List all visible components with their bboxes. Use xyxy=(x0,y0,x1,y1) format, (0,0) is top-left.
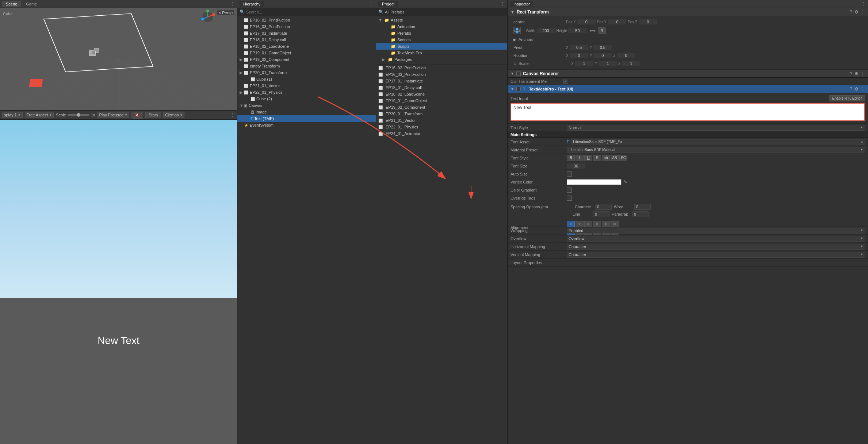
gizmos-dropdown[interactable]: Gizmos ▼ xyxy=(163,112,184,118)
pos-x-field[interactable]: 0 xyxy=(577,19,596,24)
scale-xyz-icon[interactable]: ⊙ xyxy=(513,62,516,66)
horizontal-mapping-dropdown[interactable]: Character ▼ xyxy=(567,244,865,250)
anchors-toggle[interactable]: ▶ xyxy=(513,38,516,42)
stretch-icon[interactable]: ⟺ xyxy=(589,28,596,33)
list-item-canvas[interactable]: ▼ ▣ Canvas xyxy=(237,102,376,109)
list-item-image[interactable]: 🖼 Image xyxy=(237,109,376,115)
hierarchy-search-input[interactable] xyxy=(246,10,374,14)
scale-slider[interactable] xyxy=(68,114,89,116)
project-file-7[interactable]: ⬜ EP19_02_Component xyxy=(376,104,507,111)
list-item[interactable]: ⬜ EP16_02_PrintFuction xyxy=(237,17,376,23)
word-spacing-field[interactable]: 0 xyxy=(634,204,651,210)
project-file-1[interactable]: ⬜ EP16_02_PrintFuction xyxy=(376,65,507,71)
align-flush-btn[interactable]: ≡ xyxy=(602,221,610,227)
canvas-renderer-question[interactable]: ? xyxy=(850,71,852,76)
play-focused-dropdown[interactable]: Play Focused ▼ xyxy=(97,112,130,118)
tmp-question[interactable]: ? xyxy=(850,86,852,92)
scale-x-field[interactable]: 1 xyxy=(575,61,593,66)
rotation-x-field[interactable]: 0 xyxy=(570,53,588,58)
gizmo-widget[interactable] xyxy=(200,9,215,25)
list-item-eventsystem[interactable]: ⚡ EventSystem xyxy=(237,122,376,128)
rotation-z-field[interactable]: 0 xyxy=(617,53,635,58)
list-item[interactable]: ⬜ empty Transform xyxy=(237,63,376,69)
text-input-box[interactable]: New Text xyxy=(511,103,865,121)
list-item[interactable]: ▶ ⬜ EP20_01_Transform xyxy=(237,69,376,76)
rect-transform-settings-icon[interactable]: ⚙ xyxy=(854,9,859,15)
project-file-3[interactable]: ⬜ EP17_01_Instantiate xyxy=(376,78,507,84)
enable-rtl-button[interactable]: Enable RTL Editor xyxy=(829,95,865,101)
fs-btn-s[interactable]: S xyxy=(593,155,601,161)
align-left-btn[interactable]: ≡ xyxy=(567,221,575,227)
project-file-4[interactable]: ⬜ EP18_01_Delay call xyxy=(376,84,507,91)
vertical-mapping-dropdown[interactable]: Character ▼ xyxy=(567,252,865,258)
font-size-field[interactable]: 36 xyxy=(567,163,585,169)
free-aspect-dropdown[interactable]: Free Aspect ▼ xyxy=(25,112,54,118)
tmp-settings[interactable]: ⚙ xyxy=(854,86,859,92)
color-gradient-checkbox[interactable] xyxy=(567,188,572,193)
align-center-btn[interactable]: ≡ xyxy=(576,221,584,227)
list-item[interactable]: ⬜ EP18_02_LoadScene xyxy=(237,43,376,50)
project-item-prefabs[interactable]: 📁 Prefabs xyxy=(376,30,507,36)
project-file-2[interactable]: ⬜ EP16_03_PrintFuction xyxy=(376,71,507,78)
cull-checkbox[interactable]: ✓ xyxy=(563,79,568,84)
list-item[interactable]: ⬜ Cube (2) xyxy=(237,96,376,102)
tab-hierarchy[interactable]: Hierarchy xyxy=(240,1,264,7)
project-file-10[interactable]: ⬜ EP22_01_Physics xyxy=(376,124,507,130)
tmp-menu[interactable]: ⋮ xyxy=(861,86,865,92)
project-file-8[interactable]: ⬜ EP20_01_Transform xyxy=(376,111,507,117)
hierarchy-options-btn[interactable]: ⋮ xyxy=(368,1,374,7)
tab-game[interactable]: Game xyxy=(22,1,41,7)
rect-transform-question-icon[interactable]: ? xyxy=(850,9,852,15)
pivot-x-field[interactable]: 0.5 xyxy=(570,45,588,50)
display-dropdown[interactable]: splay 1 ▼ xyxy=(2,112,23,118)
auto-size-checkbox[interactable] xyxy=(567,171,572,177)
fs-btn-b[interactable]: B xyxy=(567,155,575,161)
height-field[interactable]: 50 xyxy=(568,28,586,33)
pivot-y-field[interactable]: 0.5 xyxy=(593,45,612,50)
project-file-9[interactable]: ⬜ EP21_01_Vector xyxy=(376,117,507,124)
list-item[interactable]: ▶ ⬜ EP19_02_Component xyxy=(237,56,376,63)
align-justify-btn[interactable]: ≡ xyxy=(593,221,601,227)
wrapping-dropdown[interactable]: Enabled ▼ xyxy=(567,228,865,233)
project-item-scripts[interactable]: 📁 Scripts xyxy=(376,43,507,50)
inspector-options-btn[interactable]: ⋮ xyxy=(861,1,866,7)
font-asset-field[interactable]: LiberationSans SDF (TMP_Fo ⊙ xyxy=(571,139,865,144)
material-preset-dropdown[interactable]: LiberationSans SDF Material ▼ xyxy=(567,147,865,152)
panel-options-btn[interactable]: ⋮ xyxy=(230,112,235,118)
project-file-11[interactable]: ⬜ EP24_01_Animator xyxy=(376,130,507,137)
character-spacing-field[interactable]: 0 xyxy=(595,204,612,210)
scale-z-field[interactable]: 1 xyxy=(622,61,640,66)
canvas-renderer-menu[interactable]: ⋮ xyxy=(861,71,865,76)
list-item[interactable]: ⬜ EP19_01_GameObject xyxy=(237,50,376,56)
panel-options-icon[interactable]: ⋮ xyxy=(230,1,235,7)
list-item[interactable]: ⬜ EP21_01_Vector xyxy=(237,82,376,89)
canvas-renderer-settings[interactable]: ⚙ xyxy=(854,71,859,76)
fs-btn-ab[interactable]: ab xyxy=(602,155,610,161)
align-geo-btn[interactable]: ⊞ xyxy=(611,221,619,227)
rotation-y-field[interactable]: 0 xyxy=(593,53,612,58)
paragraph-spacing-field[interactable]: 0 xyxy=(632,211,649,217)
list-item[interactable]: ⬜ EP18_01_Delay call xyxy=(237,36,376,43)
pos-z-field[interactable]: 0 xyxy=(639,19,657,24)
canvas-renderer-toggle[interactable] xyxy=(516,72,521,76)
width-field[interactable]: 200 xyxy=(537,28,555,33)
list-item[interactable]: ⬜ Cube (1) xyxy=(237,76,376,82)
project-item-textmesh[interactable]: 📁 TextMesh Pro xyxy=(376,50,507,56)
stats-button[interactable]: Stats xyxy=(145,112,161,118)
fs-btn-u[interactable]: U xyxy=(584,155,592,161)
fs-btn-i[interactable]: I xyxy=(576,155,584,161)
list-item[interactable]: ⬜ EP17_01_Instantiate xyxy=(237,30,376,36)
project-item-packages[interactable]: ▶ 📁 Packages xyxy=(376,56,507,63)
list-item[interactable]: ▶ ⬜ EP22_01_Physics xyxy=(237,89,376,96)
anchor-pivot-widget[interactable] xyxy=(513,27,521,34)
scale-y-field[interactable]: 1 xyxy=(599,61,617,66)
list-item-text-tmp[interactable]: T Text (TMP) xyxy=(237,115,376,122)
fs-btn-AB[interactable]: AB xyxy=(611,155,619,161)
overflow-dropdown[interactable]: Overflow ▼ xyxy=(567,236,865,242)
override-tags-checkbox[interactable] xyxy=(567,196,572,201)
tab-project[interactable]: Project xyxy=(378,1,398,7)
r-btn[interactable]: R xyxy=(598,27,606,34)
rect-transform-menu-icon[interactable]: ⋮ xyxy=(861,9,865,15)
project-options-btn[interactable]: ⋮ xyxy=(500,1,505,7)
tab-scene[interactable]: Scene xyxy=(2,1,21,7)
